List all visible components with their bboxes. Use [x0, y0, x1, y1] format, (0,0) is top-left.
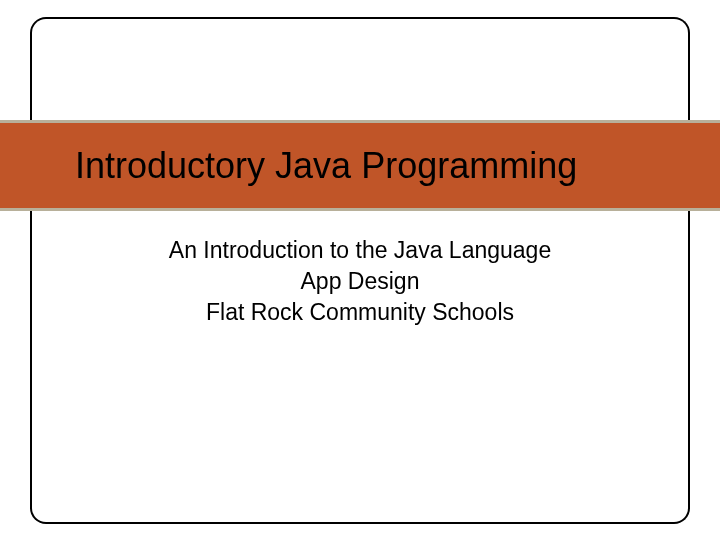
- presentation-slide: Introductory Java Programming An Introdu…: [0, 0, 720, 540]
- title-band: Introductory Java Programming: [0, 120, 720, 211]
- subtitle-line-3: Flat Rock Community Schools: [0, 297, 720, 328]
- top-frame-border: [30, 17, 690, 120]
- subtitle-line-1: An Introduction to the Java Language: [0, 235, 720, 266]
- subtitle-block: An Introduction to the Java Language App…: [0, 235, 720, 328]
- slide-title: Introductory Java Programming: [75, 145, 577, 187]
- subtitle-line-2: App Design: [0, 266, 720, 297]
